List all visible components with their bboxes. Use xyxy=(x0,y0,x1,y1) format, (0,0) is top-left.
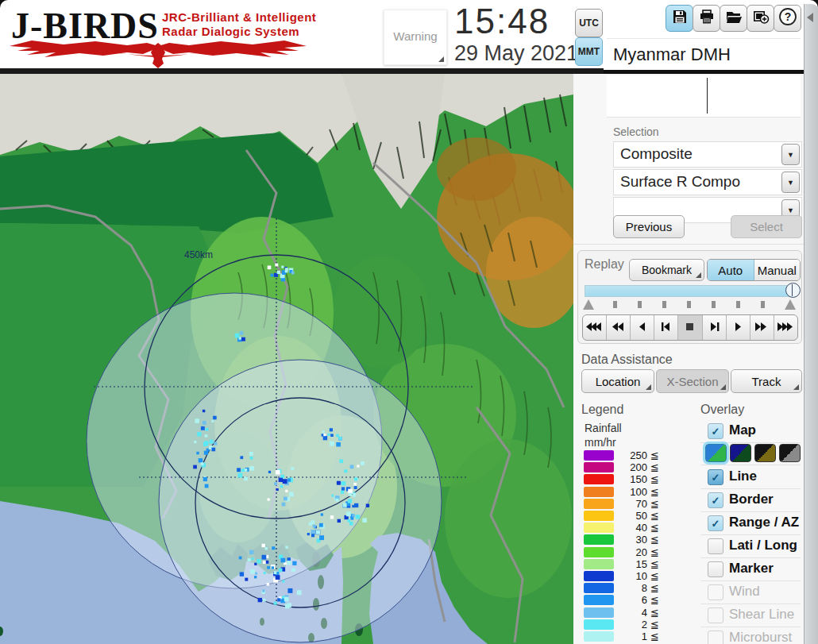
map-style-swatch-1[interactable] xyxy=(705,444,727,462)
rainfall-echo xyxy=(281,558,286,563)
panel-divider xyxy=(607,38,801,39)
collapse-arrow-icon[interactable] xyxy=(807,13,813,22)
rewind-button[interactable] xyxy=(607,315,630,340)
rainfall-echo xyxy=(353,483,357,486)
auto-button[interactable]: Auto xyxy=(708,260,754,280)
rainfall-echo xyxy=(252,557,254,560)
rainfall-echo xyxy=(254,576,257,578)
manual-button[interactable]: Manual xyxy=(754,260,801,280)
rainfall-echo xyxy=(357,465,359,467)
add-image-button[interactable] xyxy=(747,5,774,32)
checkbox-map[interactable]: ✓ xyxy=(708,423,723,439)
overlay-item-microburst: Microburst xyxy=(700,627,801,644)
step-back-button[interactable] xyxy=(654,315,677,340)
select-button[interactable]: Select xyxy=(731,215,802,238)
map-style-swatch-2[interactable] xyxy=(730,444,751,462)
rainfall-echo xyxy=(285,490,287,492)
print-button[interactable] xyxy=(693,5,720,32)
map-style-swatch-3[interactable] xyxy=(754,444,776,462)
slider-tick xyxy=(736,301,740,308)
rainfall-echo xyxy=(237,468,241,472)
rainfall-echo xyxy=(213,416,217,420)
rainfall-echo xyxy=(262,555,267,560)
legend-value: 1 xyxy=(619,631,647,642)
overlay-item-label: Border xyxy=(729,492,774,507)
rainfall-echo xyxy=(339,437,342,440)
rainfall-echo xyxy=(354,477,357,480)
location-button[interactable]: Location xyxy=(581,369,654,393)
help-button[interactable]: ? xyxy=(774,5,801,32)
overlay-item-label: Range / AZ xyxy=(729,515,799,530)
rainfall-echo xyxy=(362,519,367,523)
legend-row: 250≦ xyxy=(584,449,687,461)
rainfall-echo xyxy=(210,440,214,444)
save-button[interactable] xyxy=(666,5,693,32)
overlay-item-line: ✓Line xyxy=(700,465,801,489)
legend-row: 8≦ xyxy=(584,582,687,594)
checkbox-line[interactable]: ✓ xyxy=(708,469,723,485)
slider-tick xyxy=(687,301,691,308)
rainfall-echo xyxy=(348,519,351,523)
rainfall-echo xyxy=(205,434,208,438)
overlay-item-map: ✓Map xyxy=(700,419,801,443)
slider-start-marker xyxy=(583,299,594,310)
overlay-label: Overlay xyxy=(700,403,744,417)
x-section-button[interactable]: X-Section xyxy=(656,369,729,393)
play-button[interactable] xyxy=(727,315,750,340)
play-back-button[interactable] xyxy=(631,315,654,340)
rainfall-echo xyxy=(330,442,334,446)
replay-progress-slider[interactable] xyxy=(585,285,796,297)
rainfall-echo xyxy=(321,513,323,515)
legend-leq-symbol: ≦ xyxy=(650,594,659,606)
rainfall-echo xyxy=(361,461,365,465)
panel-collapse-strip[interactable] xyxy=(804,4,818,644)
overlay-item-label: Line xyxy=(729,469,757,484)
mmt-toggle-button[interactable]: MMT xyxy=(575,37,603,66)
map-style-swatch-4[interactable] xyxy=(779,444,801,462)
dropdown-product[interactable]: Surface R Compo▼ xyxy=(613,169,802,195)
checkbox-lati-long[interactable] xyxy=(708,538,723,554)
dropdown-product-group[interactable]: Composite▼ xyxy=(613,141,802,168)
rewind-fast-icon xyxy=(586,321,603,335)
warning-button[interactable]: Warning xyxy=(384,10,447,65)
track-button[interactable]: Track xyxy=(731,369,802,393)
checkbox-range-az[interactable]: ✓ xyxy=(708,515,723,531)
radar-map-view[interactable]: 450km xyxy=(0,74,573,644)
previous-button[interactable]: Previous xyxy=(613,215,685,238)
rainfall-echo xyxy=(344,469,347,472)
rainfall-echo xyxy=(277,271,280,274)
rainfall-echo xyxy=(267,566,270,569)
rainfall-echo xyxy=(352,514,355,517)
logo-tagline-1: JRC-Brilliant & Intelligent xyxy=(162,10,316,24)
site-title: Myanmar DMH xyxy=(613,44,731,65)
forward-button[interactable] xyxy=(750,315,774,340)
chevron-down-icon[interactable]: ▼ xyxy=(781,144,800,165)
checkbox-marker[interactable] xyxy=(708,561,723,577)
forward-fast-button[interactable] xyxy=(774,315,797,340)
rainfall-echo xyxy=(285,546,287,549)
legend-label: Legend xyxy=(581,403,623,417)
stop-button[interactable] xyxy=(678,315,701,340)
chevron-down-icon[interactable]: ▼ xyxy=(781,172,800,193)
legend-row: 50≦ xyxy=(584,510,687,522)
checkbox-border[interactable]: ✓ xyxy=(708,492,723,508)
utc-toggle-button[interactable]: UTC xyxy=(575,9,603,37)
bookmark-button[interactable]: Bookmark xyxy=(629,259,704,281)
legend-leq-symbol: ≦ xyxy=(650,558,659,570)
rainfall-echo xyxy=(356,515,361,519)
rainfall-echo xyxy=(249,466,254,471)
rainfall-echo xyxy=(313,525,316,528)
rainfall-echo xyxy=(354,486,357,489)
rewind-fast-button[interactable] xyxy=(583,315,606,340)
step-forward-button[interactable] xyxy=(703,315,726,340)
rainfall-echo xyxy=(343,503,347,507)
rainfall-echo xyxy=(276,470,280,475)
rainfall-echo xyxy=(201,462,204,465)
rainfall-echo xyxy=(245,578,248,581)
rainfall-echo xyxy=(280,485,284,488)
legend-value: 100 xyxy=(619,486,647,498)
open-button[interactable] xyxy=(720,5,747,32)
replay-slider-handle[interactable] xyxy=(785,283,801,298)
rainfall-echo xyxy=(323,434,326,436)
legend-color-chip xyxy=(584,571,614,581)
